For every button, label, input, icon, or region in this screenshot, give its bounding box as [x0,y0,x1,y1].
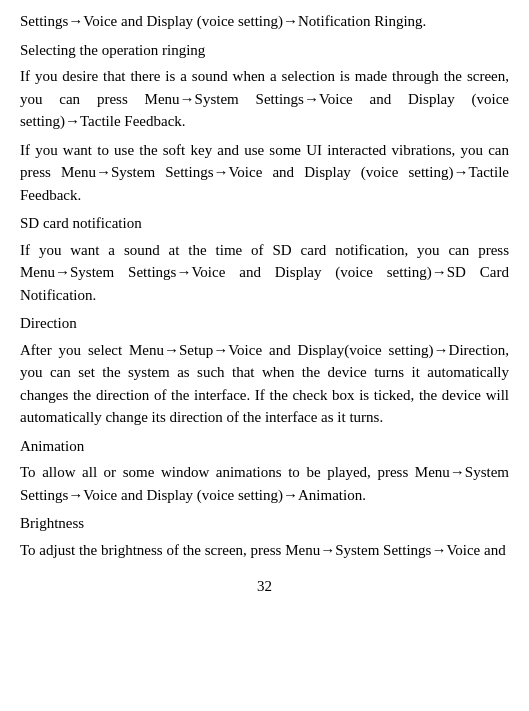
section-heading: SD card notification [20,212,509,235]
content-area: Settings→Voice and Display (voice settin… [20,10,509,561]
body-paragraph: If you want to use the soft key and use … [20,139,509,207]
body-paragraph: To adjust the brightness of the screen, … [20,539,509,562]
body-paragraph: If you desire that there is a sound when… [20,65,509,133]
body-paragraph: If you want a sound at the time of SD ca… [20,239,509,307]
page-number: 32 [20,575,509,598]
section-heading: Direction [20,312,509,335]
section-heading: Brightness [20,512,509,535]
section-heading: Animation [20,435,509,458]
body-paragraph: After you select Menu→Setup→Voice and Di… [20,339,509,429]
body-paragraph: Settings→Voice and Display (voice settin… [20,10,509,33]
body-paragraph: To allow all or some window animations t… [20,461,509,506]
section-heading: Selecting the operation ringing [20,39,509,62]
